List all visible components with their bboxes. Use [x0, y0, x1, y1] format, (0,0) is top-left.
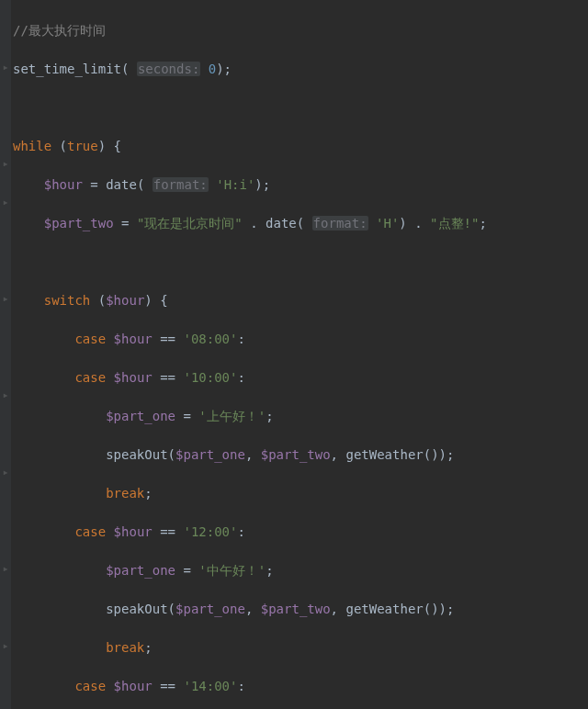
string-literal: '中午好！' [198, 563, 266, 578]
comment: //最大执行时间 [13, 23, 106, 38]
variable: $hour [106, 293, 144, 308]
variable: $hour [114, 370, 153, 385]
code-editor[interactable]: ▸ ▸ ▸ ▸ ▸ ▸ ▸ ▸ //最大执行时间 set_time_limit(… [0, 0, 588, 709]
code-line[interactable]: case $hour == '12:00': [13, 523, 588, 542]
string-literal: '上午好！' [198, 409, 266, 423]
function-call: date [266, 216, 297, 231]
string-literal: 'H' [376, 216, 399, 231]
variable: $part_two [261, 602, 331, 616]
function-call: getWeather [345, 602, 423, 616]
string-literal: "点整!" [430, 216, 479, 231]
fold-region-icon[interactable]: ▸ [0, 62, 11, 73]
keyword: case [74, 679, 113, 693]
function-call: speakOut [106, 447, 167, 462]
code-line[interactable] [13, 253, 588, 272]
code-line[interactable]: case $hour == '10:00': [13, 368, 588, 388]
variable: $part_one [106, 563, 175, 578]
code-line[interactable] [13, 98, 588, 118]
number-literal: 0 [209, 62, 216, 76]
code-line[interactable]: $part_two = "现在是北京时间" . date( format: 'H… [13, 214, 588, 233]
string-literal: '10:00' [183, 370, 237, 385]
code-line[interactable]: speakOut($part_one, $part_two, getWeathe… [13, 600, 588, 619]
keyword: while [13, 139, 60, 153]
keyword: true [67, 139, 98, 153]
code-line[interactable]: $hour = date( format: 'H:i'); [13, 175, 588, 195]
code-line[interactable]: break; [13, 484, 588, 503]
string-literal: '08:00' [183, 332, 237, 346]
code-line[interactable]: switch ($hour) { [13, 291, 588, 310]
code-line[interactable]: //最大执行时间 [13, 21, 588, 40]
param-hint: seconds: [137, 62, 200, 76]
code-line[interactable]: $part_one = '中午好！'; [13, 561, 588, 580]
variable: $hour [114, 332, 153, 346]
function-call: getWeather [345, 447, 423, 462]
keyword: break [106, 640, 144, 655]
fold-region-icon[interactable]: ▸ [0, 563, 11, 574]
fold-region-icon[interactable]: ▸ [0, 640, 11, 651]
fold-region-icon[interactable]: ▸ [0, 197, 11, 208]
variable: $part_one [175, 602, 245, 616]
paren: ); [216, 62, 232, 76]
fold-region-icon[interactable]: ▸ [0, 293, 11, 304]
param-hint: format: [312, 216, 368, 231]
variable: $part_two [261, 447, 331, 462]
function-call: set_time_limit [13, 62, 121, 76]
code-line[interactable]: speakOut($part_one, $part_two, getWeathe… [13, 445, 588, 465]
code-line[interactable]: break; [13, 638, 588, 658]
param-hint: format: [153, 177, 209, 192]
variable: $part_two [44, 216, 114, 231]
variable: $hour [114, 524, 153, 539]
fold-region-icon[interactable]: ▸ [0, 158, 11, 169]
code-area[interactable]: //最大执行时间 set_time_limit( seconds: 0); wh… [13, 2, 588, 709]
code-line[interactable]: case $hour == '08:00': [13, 330, 588, 349]
code-line[interactable]: case $hour == '14:00': [13, 677, 588, 696]
keyword: break [106, 486, 144, 501]
keyword: case [74, 332, 113, 346]
variable: $part_one [175, 447, 245, 462]
variable: $hour [114, 679, 153, 693]
function-call: speakOut [106, 602, 167, 616]
string-literal: '14:00' [183, 679, 237, 693]
keyword: switch [44, 293, 98, 308]
keyword: case [74, 370, 113, 385]
fold-region-icon[interactable]: ▸ [0, 389, 11, 400]
string-literal: 'H:i' [216, 177, 254, 192]
code-line[interactable]: $part_one = '上午好！'; [13, 407, 588, 426]
function-call: date [106, 177, 137, 192]
gutter: ▸ ▸ ▸ ▸ ▸ ▸ ▸ ▸ [0, 0, 11, 709]
fold-region-icon[interactable]: ▸ [0, 467, 11, 478]
paren: ( [121, 62, 137, 76]
keyword: case [74, 524, 113, 539]
string-literal: '12:00' [183, 524, 237, 539]
variable: $part_one [106, 409, 175, 423]
variable: $hour [44, 177, 83, 192]
string-literal: "现在是北京时间" [137, 216, 243, 231]
code-line[interactable]: set_time_limit( seconds: 0); [13, 60, 588, 79]
code-line[interactable]: while (true) { [13, 137, 588, 156]
